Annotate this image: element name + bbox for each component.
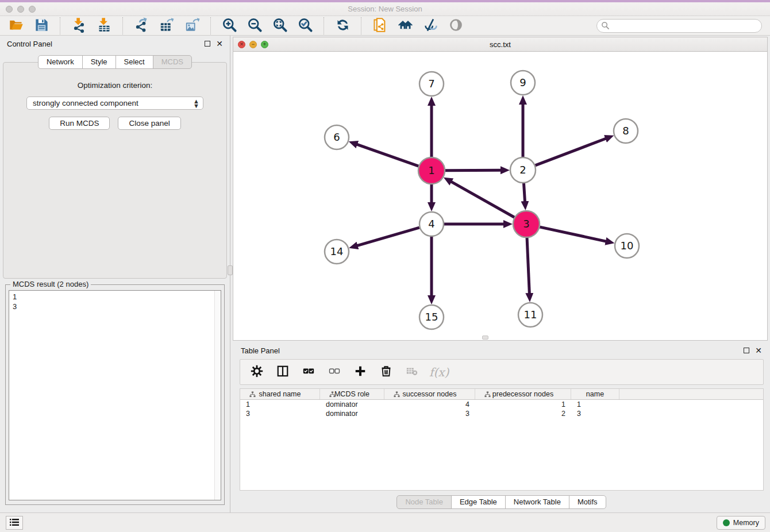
column-header-predecessor-nodes[interactable]: predecessor nodes	[475, 389, 571, 399]
cell-shared-name[interactable]: 3	[240, 409, 320, 418]
table-row[interactable]: 3dominator323	[240, 409, 763, 418]
table-panel: Table Panel ✕	[233, 342, 770, 509]
graph-node-6[interactable]: 6	[325, 125, 349, 149]
cell-MCDS-role[interactable]: dominator	[320, 400, 384, 409]
add-column-button[interactable]	[352, 364, 369, 381]
edge-3-10[interactable]	[540, 227, 606, 241]
graph-node-2[interactable]: 2	[510, 157, 536, 183]
export-table-icon	[159, 17, 175, 34]
network-maximize-button[interactable]: +	[261, 41, 268, 48]
network-from-file-button[interactable]	[367, 17, 392, 35]
result-scrollbar[interactable]	[214, 291, 221, 500]
edge-1-2[interactable]	[445, 170, 502, 171]
graph-node-4[interactable]: 4	[419, 212, 444, 236]
cell-name[interactable]: 1	[571, 400, 619, 409]
graph-node-7[interactable]: 7	[419, 72, 444, 96]
network-view-window: ✕ − + scc.txt 7968124314101511	[233, 37, 768, 341]
split-view-button[interactable]	[274, 364, 291, 381]
memory-button[interactable]: Memory	[717, 516, 765, 530]
table-settings-button[interactable]	[248, 364, 265, 381]
cell-MCDS-role[interactable]: dominator	[320, 409, 384, 418]
save-session-button[interactable]	[29, 17, 54, 35]
delete-column-button[interactable]	[378, 364, 395, 381]
edge-1-6[interactable]	[356, 144, 418, 166]
import-table-button[interactable]	[91, 17, 117, 35]
hide-glasses-button[interactable]	[418, 17, 443, 35]
cell-name[interactable]: 3	[571, 409, 619, 418]
tab-select[interactable]: Select	[116, 55, 153, 69]
graph-node-14[interactable]: 14	[325, 240, 349, 264]
tab-network-table[interactable]: Network Table	[505, 495, 569, 509]
column-header-shared-name[interactable]: shared name	[240, 389, 320, 399]
open-folder-icon	[9, 17, 24, 34]
tab-network[interactable]: Network	[38, 55, 83, 69]
table-row[interactable]: 1dominator411	[240, 400, 763, 409]
function-builder-button[interactable]: f(x)	[429, 364, 449, 381]
export-network-button[interactable]	[129, 17, 154, 35]
column-header-MCDS-role[interactable]: MCDS role	[320, 389, 384, 399]
column-header-name[interactable]: name	[571, 389, 619, 399]
float-panel-icon[interactable]	[205, 41, 210, 47]
network-minimize-button[interactable]: −	[249, 41, 257, 48]
panel-splitter-handle[interactable]	[228, 265, 233, 275]
tab-mcds[interactable]: MCDS	[153, 55, 192, 69]
tab-style[interactable]: Style	[82, 55, 116, 69]
run-mcds-button[interactable]: Run MCDS	[49, 117, 110, 130]
graph-node-10[interactable]: 10	[615, 234, 639, 258]
svg-text:2: 2	[519, 164, 526, 176]
graph-node-15[interactable]: 15	[419, 305, 444, 329]
open-session-button[interactable]	[3, 17, 29, 35]
svg-text:1: 1	[428, 164, 434, 176]
control-panel-tabs: NetworkStyleSelectMCDS	[0, 55, 230, 69]
network-window-titlebar[interactable]: ✕ − + scc.txt	[233, 37, 767, 52]
home-button[interactable]	[392, 17, 418, 35]
close-table-panel-icon[interactable]: ✕	[755, 348, 762, 353]
delete-table-button[interactable]	[403, 364, 421, 381]
graph-node-11[interactable]: 11	[518, 303, 542, 327]
edge-3-1[interactable]	[451, 182, 514, 218]
edge-2-3[interactable]	[523, 183, 525, 202]
graph-node-3[interactable]: 3	[513, 211, 540, 237]
edge-4-14[interactable]	[357, 228, 419, 246]
search-input[interactable]	[596, 19, 762, 33]
zoom-fit-button[interactable]	[267, 17, 292, 35]
network-close-button[interactable]: ✕	[238, 41, 245, 48]
tab-edge-table[interactable]: Edge Table	[451, 495, 506, 509]
graph-node-9[interactable]: 9	[511, 71, 535, 95]
close-panel-button[interactable]: Close panel	[118, 117, 180, 130]
cell-successor-nodes[interactable]: 3	[384, 409, 475, 418]
mcds-panel: Optimization criterion: strongly connect…	[3, 62, 227, 279]
column-header-successor-nodes[interactable]: successor nodes	[384, 389, 475, 399]
zoom-out-button[interactable]	[242, 17, 267, 35]
export-image-icon	[184, 17, 200, 34]
tab-motifs[interactable]: Motifs	[569, 495, 606, 509]
canvas-scroll-handle[interactable]	[482, 336, 488, 340]
show-eye-button[interactable]	[443, 17, 468, 35]
trash-icon	[380, 365, 392, 379]
cell-shared-name[interactable]: 1	[240, 400, 320, 409]
tab-node-table[interactable]: Node Table	[396, 495, 452, 509]
mcds-result-text[interactable]: 1 3	[9, 290, 221, 500]
network-graph-canvas[interactable]: 7968124314101511	[233, 52, 767, 340]
edge-3-11[interactable]	[527, 238, 529, 294]
task-history-button[interactable]	[6, 516, 23, 530]
select-all-button[interactable]	[300, 364, 317, 381]
select-stepper-icon: ▲▼	[193, 99, 199, 108]
refresh-button[interactable]	[330, 17, 355, 35]
export-table-button[interactable]	[154, 17, 179, 35]
edge-2-8[interactable]	[536, 138, 607, 165]
export-image-button[interactable]	[179, 17, 205, 35]
zoom-in-button[interactable]	[217, 17, 242, 35]
graph-node-1[interactable]: 1	[418, 157, 445, 184]
import-network-button[interactable]	[66, 17, 91, 35]
optimization-criterion-select[interactable]: strongly connected component ▲▼	[26, 97, 203, 110]
close-panel-icon[interactable]: ✕	[216, 41, 223, 47]
cell-predecessor-nodes[interactable]: 2	[475, 409, 571, 418]
cell-predecessor-nodes[interactable]: 1	[475, 400, 571, 409]
zoom-selected-button[interactable]	[292, 17, 318, 35]
deselect-all-button[interactable]	[326, 364, 343, 381]
column-label: MCDS role	[334, 390, 369, 398]
graph-node-8[interactable]: 8	[614, 119, 638, 143]
cell-successor-nodes[interactable]: 4	[384, 400, 475, 409]
float-table-panel-icon[interactable]	[744, 348, 749, 353]
